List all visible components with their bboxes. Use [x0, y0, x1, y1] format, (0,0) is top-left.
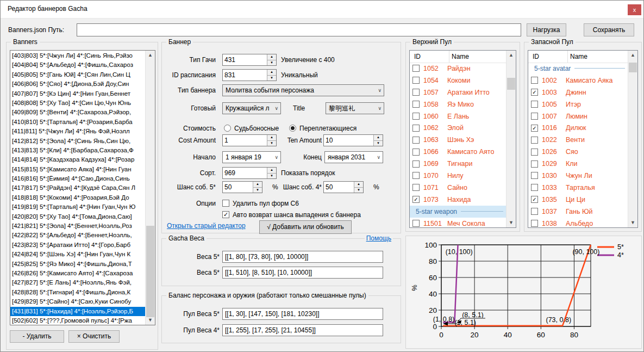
row-checkbox[interactable] [412, 184, 420, 191]
old-editor-link[interactable]: Открыть старый редактор [167, 222, 246, 230]
chance5-input[interactable] [223, 182, 253, 193]
cost-amount-spinner[interactable]: ▲▼ [222, 134, 277, 146]
row-checkbox[interactable] [531, 160, 538, 168]
spin-up-icon[interactable]: ▲ [253, 182, 262, 188]
remove-c6-checkbox[interactable] [222, 200, 229, 207]
banner-list-item[interactable]: [415|815] 5*:[Камисато Аяка] 4*:[Нин Гуа… [10, 165, 146, 174]
banner-list-item[interactable]: [410|810] 5*:[Тарталья] 4*:[Розария,Барб… [10, 118, 146, 127]
cost-radio-intertwined[interactable] [289, 125, 296, 132]
auto-return-checkbox[interactable]: ✓ [222, 211, 229, 218]
pool-row[interactable]: 1007Люмин [528, 110, 628, 122]
prefab-combo[interactable]: Кружащийся л ∨ [222, 102, 281, 114]
banner-list-item[interactable]: [423|823] 5*:[Аратаки Итто] 4*:[Горо,Бар… [10, 240, 146, 250]
pool-row[interactable]: 1005Итэр [528, 98, 628, 110]
banner-list-item[interactable]: [502|602] 5*:[???,Громовой пульс] 4*:[Рж… [10, 316, 146, 325]
pool-row[interactable]: ✓1016Дилюк [528, 122, 628, 134]
column-id[interactable]: ID [533, 51, 539, 63]
spin-down-icon[interactable]: ▼ [267, 76, 276, 81]
pool-row[interactable]: 1002Камисато Аяка [528, 75, 628, 87]
clear-banners-button[interactable]: × Очистить [68, 330, 120, 343]
fallback-pool-scrollbar[interactable]: ▲ ▼ [628, 51, 637, 227]
begin-date-combo[interactable]: 1 января 19 ∨ [222, 151, 281, 163]
scroll-down-icon[interactable]: ▼ [507, 218, 516, 227]
banner-list-item[interactable]: [403|803] 5*:[Чжун Ли] 4*:[Синь Янь,Рэйз… [10, 51, 146, 60]
path-input[interactable] [77, 23, 521, 36]
spin-down-icon[interactable]: ▼ [267, 174, 276, 179]
spin-down-icon[interactable]: ▼ [374, 141, 383, 146]
schedule-id-input[interactable] [223, 70, 267, 81]
pool-row[interactable]: ✓1035Ци Ци [528, 194, 628, 206]
banner-list-item[interactable]: [409|809] 5*:[Венти] 4*:[Сахароза,Рэйзор… [10, 108, 146, 117]
scrollbar-thumb[interactable] [629, 63, 637, 72]
banner-list-item[interactable]: [417|817] 5*:[Райдэн] 4*:[Кудзё Сара,Сян… [10, 183, 146, 193]
spin-up-icon[interactable]: ▲ [267, 54, 276, 60]
pool-row[interactable]: 1038Альбедо [528, 218, 628, 227]
banner-list-item[interactable]: [418|818] 5*:[Кокоми] 4*:[Розария,Бэй До [10, 193, 146, 202]
banner-list-item[interactable]: [419|819] 5*:[Тарталья] 4*:[Нин Гуан,Чун… [10, 202, 146, 212]
chance4-input[interactable] [324, 182, 354, 193]
banner-list-item[interactable]: [414|814] 5*:[Каэдэхара Кадзуха] 4*:[Роз… [10, 155, 146, 164]
title-combo[interactable]: 黎明巡礼 ∨ [326, 102, 384, 114]
banner-list-item[interactable]: [413|813] 5*:[Кли] 4*:[Барбара,Сахароза,… [10, 146, 146, 155]
scrollbar-thumb[interactable] [146, 226, 154, 317]
banners-listbox[interactable]: [403|803] 5*:[Чжун Ли] 4*:[Синь Янь,Рэйз… [10, 50, 155, 325]
chance4-spinner[interactable]: ▲▼ [323, 181, 364, 193]
row-checkbox[interactable] [531, 113, 538, 120]
upper-pool-scrollbar[interactable]: ▲ ▼ [506, 51, 516, 227]
row-checkbox[interactable] [531, 101, 538, 108]
spin-up-icon[interactable]: ▲ [267, 70, 276, 76]
pool-row[interactable]: 1063Шэнь Хэ [410, 134, 507, 146]
sort-input[interactable] [223, 168, 267, 178]
weights5-input[interactable] [222, 251, 383, 263]
scroll-down-icon[interactable]: ▼ [628, 218, 637, 227]
pool-row[interactable]: 1026Сяо [528, 146, 628, 158]
end-date-combo[interactable]: января 2031 ∨ [324, 151, 383, 163]
row-checkbox[interactable] [531, 220, 538, 227]
pool-row[interactable]: ✓1003Джинн [528, 87, 628, 98]
schedule-id-spinner[interactable]: ▲▼ [222, 69, 277, 81]
row-checkbox[interactable]: ✓ [531, 196, 538, 203]
pool-weights4-input[interactable] [222, 324, 383, 336]
row-checkbox[interactable] [412, 101, 420, 108]
row-checkbox[interactable] [412, 113, 420, 120]
sort-spinner[interactable]: ▲▼ [222, 167, 277, 179]
pool-row[interactable]: 1062Элой [410, 122, 507, 134]
close-button[interactable]: x [628, 4, 641, 15]
banner-list-item[interactable]: [427|827] 5*:[Е Лань] 4*:[Ноэлль,Янь Фэй… [10, 278, 146, 287]
pool-row[interactable]: 1030Чжун Ли [528, 170, 628, 182]
load-button[interactable]: Нагрузка [527, 23, 566, 36]
cost-amount-input[interactable] [223, 135, 267, 146]
spin-down-icon[interactable]: ▼ [253, 188, 262, 193]
delete-banner-button[interactable]: - Удалить [10, 330, 64, 343]
scroll-up-icon[interactable]: ▲ [146, 51, 155, 60]
row-checkbox[interactable] [412, 137, 420, 144]
banner-list-item[interactable]: [405|805] 5*:[Гань Юй] 4*:[Сян Лин,Син Ц [10, 70, 146, 79]
row-checkbox[interactable] [412, 149, 420, 156]
row-checkbox[interactable] [412, 160, 420, 168]
banner-list-item[interactable]: [422|822] 5*:[Альбедо] 4*:[Беннет,Ноэлль… [10, 231, 146, 240]
row-checkbox[interactable]: ✓ [531, 89, 538, 96]
banner-list-item[interactable]: [407|807] 5*:[Кэ Цин] 4*:[Нин Гуан,Бенне… [10, 89, 146, 98]
banner-list-item[interactable]: [421|821] 5*:[Эола] 4*:[Беннет,Ноэлль,Ро… [10, 221, 146, 231]
spin-up-icon[interactable]: ▲ [267, 135, 276, 141]
banners-scrollbar[interactable]: ▲ ▼ [145, 51, 155, 325]
banner-list-item[interactable]: [404|804] 5*:[Альбедо] 4*:[Фишль,Сахароз [10, 60, 146, 70]
spin-up-icon[interactable]: ▲ [374, 135, 383, 141]
row-checkbox[interactable] [412, 77, 420, 84]
banner-list-item[interactable]: [431|831] 5*:[Нахида] 4*:[Ноэлль,Рэйзор,… [10, 307, 146, 316]
banner-list-item[interactable]: [428|828] 5*:[Тигнари] 4*:[Фишль,Диона,К [10, 288, 146, 297]
banner-list-item[interactable]: [412|812] 5*:[Эола] 4*:[Синь Янь,Син Цю, [10, 137, 146, 146]
column-id[interactable]: ID [414, 51, 421, 63]
spin-up-icon[interactable]: ▲ [267, 168, 276, 174]
banner-list-item[interactable]: [425|825] 5*:[Яэ Мико] 4*:[Фишль,Диона,Т [10, 260, 146, 269]
row-checkbox[interactable]: ✓ [531, 125, 538, 132]
pool-weights5-input[interactable] [222, 308, 383, 320]
pool-row[interactable]: 1060Е Лань [410, 110, 507, 122]
row-checkbox[interactable] [412, 125, 420, 132]
chance5-spinner[interactable]: ▲▼ [222, 181, 262, 193]
row-checkbox[interactable]: ✓ [412, 196, 420, 203]
banner-list-item[interactable]: [411|811] 5*:[Чжун Ли] 4*:[Янь Фэй,Ноэлл [10, 127, 146, 136]
row-checkbox[interactable] [531, 208, 538, 215]
pool-row[interactable]: 1057Аратаки Итто [410, 87, 507, 98]
pool-row[interactable]: 1071Сайно [410, 182, 507, 194]
